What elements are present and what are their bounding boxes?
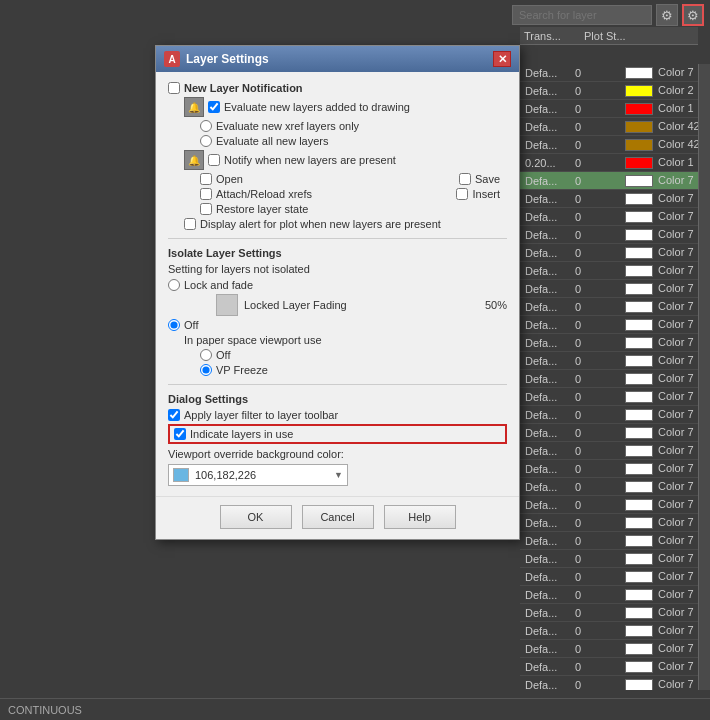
vp-freeze-label[interactable]: VP Freeze	[200, 364, 268, 376]
off-radio[interactable]	[168, 319, 180, 331]
vp-freeze-radio[interactable]	[200, 364, 212, 376]
eval-xref-radio[interactable]	[200, 120, 212, 132]
separator2	[168, 384, 507, 385]
indicate-layers-label[interactable]: Indicate layers in use	[174, 428, 293, 440]
lock-fade-row: Lock and fade	[168, 279, 507, 291]
dialog-settings-header: Dialog Settings	[168, 393, 507, 405]
isolate-setting-label: Setting for layers not isolated	[168, 263, 507, 275]
attach-text: Attach/Reload xrefs	[216, 188, 312, 200]
indicate-layers-checkbox[interactable]	[174, 428, 186, 440]
eval-xref-label[interactable]: Evaluate new xref layers only	[200, 120, 359, 132]
color-box	[173, 468, 189, 482]
fading-row: Locked Layer Fading 50%	[216, 294, 507, 316]
eval-all-row: Evaluate all new layers	[200, 135, 507, 147]
dialog-close-button[interactable]: ✕	[493, 51, 511, 67]
notify-label[interactable]: Notify when new layers are present	[208, 154, 396, 166]
paper-space-row: In paper space viewport use	[184, 334, 507, 346]
evaluate-row: 🔔 Evaluate new layers added to drawing	[184, 97, 507, 117]
dialog-title: Layer Settings	[186, 52, 269, 66]
off-sub-row: Off	[200, 349, 507, 361]
open-text: Open	[216, 173, 243, 185]
dialog-footer: OK Cancel Help	[156, 496, 519, 539]
color-value: 106,182,226	[195, 469, 334, 481]
eval-all-label[interactable]: Evaluate all new layers	[200, 135, 329, 147]
separator1	[168, 238, 507, 239]
restore-label[interactable]: Restore layer state	[200, 203, 308, 215]
attach-insert-row: Attach/Reload xrefs Insert	[200, 188, 500, 200]
cancel-button[interactable]: Cancel	[302, 505, 374, 529]
ok-button[interactable]: OK	[220, 505, 292, 529]
display-alert-text: Display alert for plot when new layers a…	[200, 218, 441, 230]
isolate-header: Isolate Layer Settings	[168, 247, 507, 259]
fading-icon	[216, 294, 238, 316]
new-layer-header-row: New Layer Notification	[168, 82, 507, 94]
modal-overlay: A Layer Settings ✕ New Layer Notificatio…	[0, 0, 710, 720]
lock-fade-label[interactable]: Lock and fade	[168, 279, 253, 291]
off-sub-text: Off	[216, 349, 230, 361]
notify-checkbox[interactable]	[208, 154, 220, 166]
display-alert-checkbox[interactable]	[184, 218, 196, 230]
eval-xref-text: Evaluate new xref layers only	[216, 120, 359, 132]
insert-checkbox[interactable]	[456, 188, 468, 200]
lock-fade-radio[interactable]	[168, 279, 180, 291]
off-label[interactable]: Off	[168, 319, 198, 331]
save-checkbox[interactable]	[459, 173, 471, 185]
eval-all-radio[interactable]	[200, 135, 212, 147]
layer-settings-dialog: A Layer Settings ✕ New Layer Notificatio…	[155, 45, 520, 540]
save-text: Save	[475, 173, 500, 185]
dialog-body: New Layer Notification 🔔 Evaluate new la…	[156, 72, 519, 496]
apply-filter-checkbox[interactable]	[168, 409, 180, 421]
attach-label[interactable]: Attach/Reload xrefs	[200, 188, 312, 200]
notify-row: 🔔 Notify when new layers are present	[184, 150, 507, 170]
indicate-layers-text: Indicate layers in use	[190, 428, 293, 440]
open-checkbox[interactable]	[200, 173, 212, 185]
vp-freeze-text: VP Freeze	[216, 364, 268, 376]
open-save-row: Open Save	[200, 173, 500, 185]
off-text: Off	[184, 319, 198, 331]
color-dropdown[interactable]: 106,182,226 ▼	[168, 464, 348, 486]
fading-value: 50%	[485, 299, 507, 311]
display-alert-row: Display alert for plot when new layers a…	[184, 218, 507, 230]
dialog-title-left: A Layer Settings	[164, 51, 269, 67]
new-layer-header: New Layer Notification	[184, 82, 303, 94]
open-label[interactable]: Open	[200, 173, 243, 185]
display-alert-label[interactable]: Display alert for plot when new layers a…	[184, 218, 441, 230]
apply-filter-row: Apply layer filter to layer toolbar	[168, 409, 507, 421]
evaluate-icon: 🔔	[184, 97, 204, 117]
apply-filter-label[interactable]: Apply layer filter to layer toolbar	[168, 409, 338, 421]
notify-icon: 🔔	[184, 150, 204, 170]
eval-all-text: Evaluate all new layers	[216, 135, 329, 147]
vp-freeze-row: VP Freeze	[200, 364, 507, 376]
evaluate-label[interactable]: Evaluate new layers added to drawing	[208, 101, 410, 113]
restore-checkbox[interactable]	[200, 203, 212, 215]
dropdown-arrow-icon: ▼	[334, 470, 343, 480]
dialog-titlebar: A Layer Settings ✕	[156, 46, 519, 72]
restore-row: Restore layer state	[200, 203, 507, 215]
evaluate-checkbox[interactable]	[208, 101, 220, 113]
insert-label[interactable]: Insert	[456, 188, 500, 200]
fading-label: Locked Layer Fading	[244, 299, 477, 311]
off-row: Off	[168, 319, 507, 331]
dialog-app-icon: A	[164, 51, 180, 67]
eval-xref-row: Evaluate new xref layers only	[200, 120, 507, 132]
save-label[interactable]: Save	[459, 173, 500, 185]
attach-checkbox[interactable]	[200, 188, 212, 200]
viewport-label: Viewport override background color:	[168, 448, 507, 460]
insert-text: Insert	[472, 188, 500, 200]
notify-text: Notify when new layers are present	[224, 154, 396, 166]
evaluate-text: Evaluate new layers added to drawing	[224, 101, 410, 113]
off-sub-radio[interactable]	[200, 349, 212, 361]
indicate-layers-row: Indicate layers in use	[168, 424, 507, 444]
restore-text: Restore layer state	[216, 203, 308, 215]
paper-space-label: In paper space viewport use	[184, 334, 322, 346]
apply-filter-text: Apply layer filter to layer toolbar	[184, 409, 338, 421]
off-sub-label[interactable]: Off	[200, 349, 230, 361]
lock-fade-text: Lock and fade	[184, 279, 253, 291]
help-button[interactable]: Help	[384, 505, 456, 529]
new-layer-checkbox[interactable]	[168, 82, 180, 94]
